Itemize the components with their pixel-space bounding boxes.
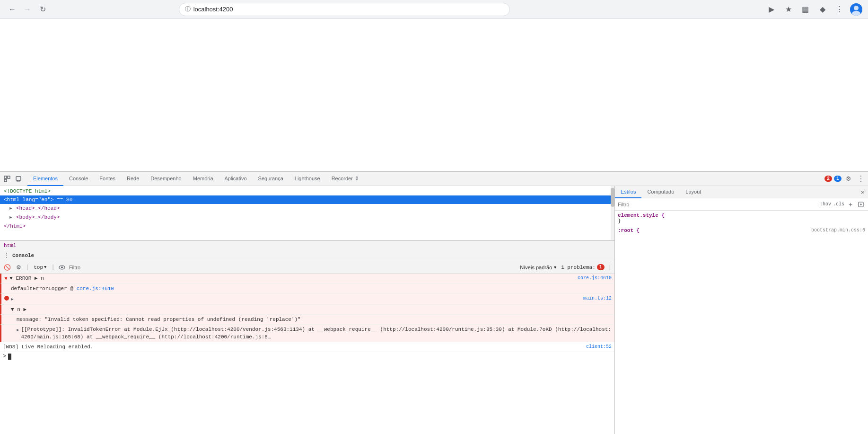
error-source-1[interactable]: core.js:4610 xyxy=(578,275,612,282)
console-label-bar: ⋮ Console xyxy=(0,250,614,261)
console-settings-button[interactable]: ⚙ xyxy=(14,263,23,272)
eye-icon-button[interactable] xyxy=(58,263,66,272)
prompt-cursor xyxy=(8,354,11,360)
styles-filter-bar: :hov .cls + xyxy=(615,198,868,211)
context-dropdown-arrow: ▼ xyxy=(44,265,46,270)
back-button[interactable]: ← xyxy=(6,3,19,16)
context-selector[interactable]: top ▼ xyxy=(32,264,48,271)
styles-filter-input[interactable] xyxy=(618,202,818,207)
tab-memoria[interactable]: Memória xyxy=(187,172,219,186)
tab-layout[interactable]: Layout xyxy=(680,186,707,198)
proto-expand[interactable]: ► xyxy=(11,327,19,334)
log-source-wds[interactable]: client:52 xyxy=(586,343,612,351)
add-style-button[interactable]: + xyxy=(846,200,855,209)
extensions-button[interactable]: ◆ xyxy=(816,3,829,16)
tab-lighthouse[interactable]: Lighthouse xyxy=(289,172,326,186)
error-badge: 2 xyxy=(824,176,832,182)
error-source-2[interactable]: main.ts:12 xyxy=(583,295,612,302)
breadcrumb-text[interactable]: html xyxy=(4,243,16,248)
address-bar[interactable]: ⓘ localhost:4200 xyxy=(179,3,510,16)
forward-button[interactable]: → xyxy=(21,3,34,16)
elements-panel: <!DOCTYPE html> <html lang="en"> == $0 ►… xyxy=(0,186,614,240)
html-line-head[interactable]: ► <head>_</head> xyxy=(0,204,614,213)
tab-desempenho[interactable]: Desempenho xyxy=(145,172,187,186)
devtools-tab-bar: Elementos Console Fontes Rede Desempenho… xyxy=(0,172,868,186)
expand-body-arrow[interactable]: ► xyxy=(9,215,12,220)
css-rule-element-style: element.style { } xyxy=(618,213,865,224)
styles-content: element.style { } :root { bootstrap.min.… xyxy=(615,211,868,434)
cls-button[interactable]: .cls xyxy=(833,202,844,207)
error-icon-1: ✖ xyxy=(4,275,8,283)
tab-aplicativo[interactable]: Aplicativo xyxy=(219,172,253,186)
tab-estilos[interactable]: Estilos xyxy=(615,186,641,198)
log-text-wds: [WDS] Live Reloading enabled. xyxy=(3,343,584,351)
more-tools-button[interactable]: ⋮ xyxy=(856,174,866,184)
styles-more-button[interactable]: » xyxy=(858,187,868,197)
panel-toggles xyxy=(2,174,24,184)
html-line-body[interactable]: ► <body>_</body> xyxy=(0,213,614,222)
tab-fontes[interactable]: Fontes xyxy=(94,172,121,186)
devtools-right-panel: Estilos Computado Layout » :hov .cls + xyxy=(615,186,868,434)
reload-button[interactable]: ↻ xyxy=(36,3,49,16)
console-filter-input[interactable] xyxy=(69,265,517,270)
error-sub-text-1: defaultErrorLogger @ core.js:4610 xyxy=(11,285,612,292)
context-label: top xyxy=(34,265,43,270)
tab-recorder[interactable]: Recorder 🎙 xyxy=(326,172,365,186)
bookmark-button[interactable]: ★ xyxy=(782,3,795,16)
error-link-1[interactable]: core.js:4610 xyxy=(77,286,114,292)
clear-console-button[interactable]: 🚫 xyxy=(3,263,11,272)
menu-button[interactable]: ⋮ xyxy=(833,3,846,16)
settings-button[interactable]: ⚙ xyxy=(843,174,854,184)
separator-1: | xyxy=(26,264,29,271)
svg-rect-5 xyxy=(4,179,7,182)
scrollbar-thumb[interactable] xyxy=(611,188,614,207)
red-dot-icon xyxy=(4,296,9,301)
html-line-doctype: <!DOCTYPE html> xyxy=(0,187,614,195)
console-prompt[interactable]: > xyxy=(0,352,614,361)
log-levels-button[interactable]: Níveis padrão ▼ xyxy=(520,265,557,270)
svg-rect-3 xyxy=(4,176,7,178)
inspect-element-button[interactable] xyxy=(2,174,12,184)
html-line-close-html: </html> xyxy=(0,222,614,230)
tab-computado[interactable]: Computado xyxy=(641,186,680,198)
problems-count: 1 xyxy=(597,264,605,270)
device-toolbar-button[interactable] xyxy=(13,174,24,184)
styles-filter-right: :hov .cls + xyxy=(820,200,865,209)
nav-buttons: ← → ↻ xyxy=(6,3,49,16)
svg-rect-4 xyxy=(8,176,10,178)
levels-arrow: ▼ xyxy=(553,265,557,270)
elements-scrollbar[interactable] xyxy=(611,186,614,240)
css-selector-element: element.style { xyxy=(618,213,665,218)
tab-elementos[interactable]: Elementos xyxy=(27,172,63,186)
console-drag-handle[interactable]: ⋮ xyxy=(4,252,9,259)
hov-button[interactable]: :hov xyxy=(820,202,831,207)
avatar[interactable] xyxy=(850,3,862,16)
tab-search-button[interactable]: ▦ xyxy=(799,3,812,16)
error-sub-2c: [[Prototype]]: InvalidTokenError at Modu… xyxy=(21,326,612,341)
devtools-left-panel: <!DOCTYPE html> <html lang="en"> == $0 ►… xyxy=(0,186,615,434)
browser-chrome: ← → ↻ ⓘ localhost:4200 ▶ ★ ▦ ◆ ⋮ xyxy=(0,0,868,19)
css-source-bootstrap[interactable]: bootstrap.min.css:6 xyxy=(811,228,865,233)
error-sub-2a: ▼ n ▶ xyxy=(11,306,612,313)
toolbar-sep: | xyxy=(608,264,612,271)
levels-label: Níveis padrão xyxy=(520,265,552,270)
devtools-content: <!DOCTYPE html> <html lang="en"> == $0 ►… xyxy=(0,186,868,434)
console-log-wds: [WDS] Live Reloading enabled. client:52 xyxy=(0,342,614,352)
expand-head-arrow[interactable]: ► xyxy=(9,206,12,211)
expand-tri-2[interactable]: ► xyxy=(11,296,13,303)
html-line-html[interactable]: <html lang="en"> == $0 xyxy=(0,195,614,204)
tab-seguranca[interactable]: Segurança xyxy=(253,172,289,186)
html-tag-selected: <html lang="en"> == $0 xyxy=(4,197,72,203)
url-text: localhost:4200 xyxy=(193,6,233,13)
warning-badge: 1 xyxy=(834,176,842,182)
new-style-rule-button[interactable] xyxy=(857,200,865,209)
page-area xyxy=(0,19,868,171)
cast-button[interactable]: ▶ xyxy=(765,3,778,16)
console-section: ⋮ Console 🚫 ⚙ | top ▼ | xyxy=(0,250,614,434)
tab-console[interactable]: Console xyxy=(63,172,94,186)
css-selector-root: :root { xyxy=(618,228,640,233)
tab-rede[interactable]: Rede xyxy=(121,172,145,186)
toolbar-right: ▶ ★ ▦ ◆ ⋮ xyxy=(765,3,862,16)
console-error-1-sub: defaultErrorLogger @ core.js:4610 xyxy=(0,284,614,294)
devtools-tabs-right: 2 1 ⚙ ⋮ xyxy=(824,174,866,184)
